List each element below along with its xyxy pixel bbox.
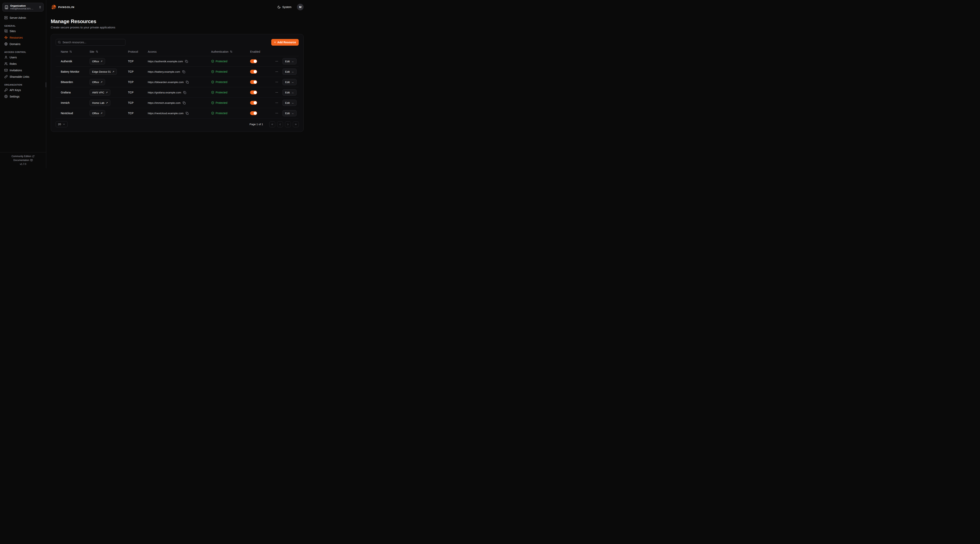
sidebar-item-label: Domains — [10, 43, 21, 46]
theme-toggle-button[interactable]: System — [277, 5, 291, 9]
edit-button[interactable]: Edit → — [282, 68, 296, 75]
sidebar-nav: Organization milo@fossorial.io's ... Ser… — [0, 0, 46, 152]
sidebar-item-server-admin[interactable]: Server Admin — [2, 15, 44, 21]
enabled-toggle[interactable] — [250, 70, 257, 74]
chevrons-up-down-icon — [38, 6, 41, 9]
sidebar-item-settings[interactable]: Settings — [2, 94, 44, 100]
sidebar-item-invitations[interactable]: Invitations — [2, 67, 44, 73]
external-link-icon: ↗ — [100, 112, 102, 114]
enabled-toggle[interactable] — [250, 111, 257, 115]
copy-url-button[interactable] — [185, 60, 188, 63]
edit-label: Edit — [285, 60, 290, 63]
avatar[interactable]: M — [297, 4, 304, 10]
chevron-down-icon — [63, 123, 65, 125]
column-label: Protocol — [128, 50, 138, 53]
add-resource-label: Add Resource — [277, 41, 296, 44]
copy-url-button[interactable] — [186, 81, 189, 84]
column-header-authentication[interactable]: Authentication — [211, 50, 250, 53]
page-subtitle: Create secure proxies to your private ap… — [51, 25, 304, 29]
access-url: https://bitwarden.example.com — [148, 81, 184, 84]
topbar-right: System M — [277, 4, 304, 10]
auth-status: Protected — [216, 60, 228, 63]
sidebar-item-shareable-links[interactable]: Shareable Links — [2, 74, 44, 80]
page-size-select[interactable]: 20 — [56, 121, 68, 127]
sidebar-resize-handle[interactable] — [46, 82, 46, 87]
site-link-button[interactable]: AWS VPC ↗ — [89, 89, 110, 95]
brand-name: PANGOLIN — [58, 6, 75, 9]
last-page-button[interactable] — [293, 121, 299, 127]
copy-icon — [186, 81, 189, 84]
resources-card: + Add Resource Name Site — [51, 34, 304, 132]
sidebar-item-resources[interactable]: Resources — [2, 35, 44, 41]
edit-button[interactable]: Edit → — [282, 89, 296, 95]
external-link-icon: ↗ — [106, 91, 108, 94]
page-title: Manage Resources — [51, 18, 304, 24]
external-link-icon: ↗ — [100, 81, 102, 83]
sidebar-menu: Server Admin GENERAL Sites Resources — [2, 15, 44, 100]
row-menu-button[interactable] — [275, 90, 279, 94]
sidebar-item-roles[interactable]: Roles — [2, 61, 44, 67]
arrow-right-icon: → — [291, 102, 294, 104]
sidebar-item-label: Users — [10, 56, 17, 59]
row-menu-button[interactable] — [275, 70, 279, 74]
auth-status: Protected — [216, 70, 228, 73]
table-row: Battery Monitor Edge Device 01 ↗ TCP htt… — [56, 67, 299, 77]
sidebar-item-label: Invitations — [10, 69, 22, 72]
sidebar-item-users[interactable]: Users — [2, 54, 44, 60]
sidebar-item-api-keys[interactable]: API Keys — [2, 87, 44, 93]
org-text: Organization milo@fossorial.io's ... — [10, 4, 37, 10]
shield-check-icon — [211, 60, 214, 63]
row-menu-button[interactable] — [275, 59, 279, 63]
column-header-name[interactable]: Name — [61, 50, 89, 53]
copy-url-button[interactable] — [186, 112, 189, 115]
site-link-button[interactable]: Home Lab ↗ — [89, 100, 110, 106]
shield-check-icon — [211, 81, 214, 84]
site-name: Office — [92, 112, 99, 115]
sidebar-item-sites[interactable]: Sites — [2, 28, 44, 34]
copy-icon — [182, 70, 185, 73]
resource-name: Authentik — [61, 60, 89, 63]
edit-button[interactable]: Edit → — [282, 58, 296, 64]
documentation-link[interactable]: Documentation — [13, 159, 33, 162]
mail-icon — [4, 68, 8, 72]
edit-button[interactable]: Edit → — [282, 79, 296, 85]
column-header-site[interactable]: Site — [89, 50, 128, 53]
add-resource-button[interactable]: + Add Resource — [271, 39, 299, 46]
search-input[interactable] — [56, 39, 126, 46]
ellipsis-icon — [275, 112, 278, 115]
enabled-toggle[interactable] — [250, 90, 257, 94]
edit-button[interactable]: Edit → — [282, 110, 296, 116]
site-name: Office — [92, 81, 99, 84]
site-link-button[interactable]: Edge Device 01 ↗ — [89, 68, 117, 75]
edit-button[interactable]: Edit → — [282, 100, 296, 106]
prev-page-button[interactable] — [277, 121, 283, 127]
enabled-toggle[interactable] — [250, 101, 257, 105]
row-menu-button[interactable] — [275, 111, 279, 115]
row-menu-button[interactable] — [275, 101, 279, 105]
next-page-button[interactable] — [285, 121, 291, 127]
sidebar-item-label: Settings — [10, 95, 20, 98]
external-link-icon — [32, 155, 35, 157]
site-link-button[interactable]: Office ↗ — [89, 79, 105, 85]
sites-icon — [4, 29, 8, 33]
copy-url-button[interactable] — [183, 91, 186, 94]
table-row: Authentik Office ↗ TCP https://authentik… — [56, 56, 299, 67]
ellipsis-icon — [275, 70, 278, 73]
table-row: Bitwarden Office ↗ TCP https://bitwarden… — [56, 77, 299, 87]
sidebar-item-domains[interactable]: Domains — [2, 41, 44, 47]
community-edition-link[interactable]: Community Edition — [11, 155, 35, 158]
site-link-button[interactable]: Office ↗ — [89, 110, 105, 116]
copy-icon — [185, 60, 188, 63]
org-selector[interactable]: Organization milo@fossorial.io's ... — [2, 3, 44, 11]
site-link-button[interactable]: Office ↗ — [89, 58, 105, 64]
chevrons-left-icon — [271, 123, 274, 126]
auth-status: Protected — [216, 81, 228, 84]
enabled-toggle[interactable] — [250, 59, 257, 63]
external-link-icon: ↗ — [112, 70, 114, 73]
row-menu-button[interactable] — [275, 80, 279, 84]
copy-url-button[interactable] — [182, 70, 185, 73]
theme-label: System — [282, 5, 291, 9]
copy-url-button[interactable] — [183, 102, 186, 105]
first-page-button[interactable] — [269, 121, 275, 127]
enabled-toggle[interactable] — [250, 80, 257, 84]
